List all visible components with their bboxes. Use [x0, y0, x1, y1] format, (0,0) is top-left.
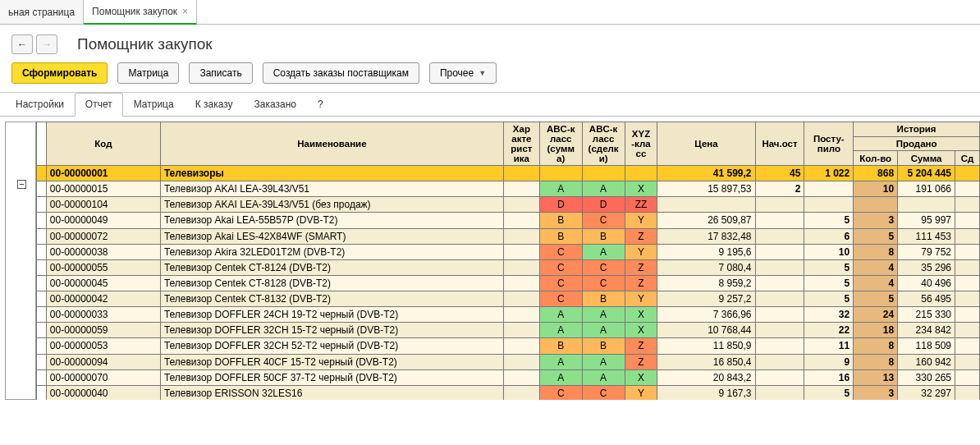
cell-code: 00-00000049	[46, 213, 160, 228]
hdr-abc-sum[interactable]: ABC-к ласс (сумм а)	[539, 122, 582, 166]
chevron-down-icon: ▼	[479, 69, 486, 77]
cell-xyz: X	[625, 181, 657, 197]
table-row[interactable]: 00-00000072Телевизор Akai LES-42X84WF (S…	[36, 228, 979, 244]
toolbar: Сформировать Матрица Записать Создать за…	[0, 61, 980, 93]
hdr-sd[interactable]: Сд	[955, 151, 980, 166]
matrix-button[interactable]: Матрица	[117, 62, 179, 84]
hdr-history[interactable]: История	[854, 122, 980, 137]
cell-post: 9	[804, 354, 854, 369]
nav-buttons: ← →	[11, 34, 57, 54]
cell-sd	[955, 323, 980, 338]
hdr-sold[interactable]: Продано	[854, 136, 980, 151]
cell-name: Телевизор Centek CT-8128 (DVB-T2)	[160, 275, 503, 291]
top-tabs: ьная страница Помощник закупок ×	[0, 0, 980, 25]
cell-abc-deal: A	[582, 323, 625, 338]
cell-code: 00-00000045	[46, 275, 160, 291]
cell-nach	[755, 323, 804, 338]
cell-kolvo: 8	[854, 354, 898, 369]
tab-matrix[interactable]: Матрица	[123, 93, 185, 116]
cell-name: Телевизор Akai LEA-55B57P (DVB-T2)	[160, 213, 503, 228]
cell-nach	[755, 275, 804, 291]
table-row[interactable]: 00-00000094Телевизор DOFFLER 40CF 15-T2 …	[36, 354, 979, 369]
hdr-name[interactable]: Наименование	[160, 122, 503, 166]
cell-abc-sum: B	[539, 338, 582, 354]
inner-tabs: Настройки Отчет Матрица К заказу Заказан…	[0, 93, 980, 117]
cell-post: 10	[804, 244, 854, 259]
table-row[interactable]: 00-00000038Телевизор Akira 32LED01T2M (D…	[36, 244, 979, 259]
cell-char	[503, 354, 539, 369]
cell-abc-sum: A	[539, 354, 582, 369]
table-row[interactable]: 00-00000042Телевизор Centek CT-8132 (DVB…	[36, 291, 979, 307]
form-button[interactable]: Сформировать	[11, 62, 108, 84]
cell-char	[503, 338, 539, 354]
cell-xyz: X	[625, 307, 657, 323]
cell-char	[503, 213, 539, 228]
cell-abc-deal: C	[582, 275, 625, 291]
cell-kolvo: 4	[854, 259, 898, 275]
cell-abc-sum: A	[539, 323, 582, 338]
hdr-xyz[interactable]: XYZ -кла сс	[625, 122, 657, 166]
cell-code: 00-00000104	[46, 197, 160, 213]
tree-collapse-icon[interactable]: −	[17, 180, 26, 189]
tree-gutter: −	[5, 122, 36, 400]
hdr-post[interactable]: Посту- пило	[804, 122, 854, 166]
hdr-code[interactable]: Код	[46, 122, 160, 166]
cell-abc-sum: C	[539, 385, 582, 400]
summary-row[interactable]: 00-00000001 Телевизоры 41 599,2 45 1 022…	[36, 166, 979, 181]
cell-summa: 111 453	[898, 228, 955, 244]
other-button[interactable]: Прочее▼	[429, 62, 497, 84]
cell-name: Телевизор DOFFLER 24CH 19-T2 черный (DVB…	[160, 307, 503, 323]
cell-price: 9 257,2	[657, 291, 755, 307]
save-button[interactable]: Записать	[189, 62, 252, 84]
cell-abc-deal: A	[582, 244, 625, 259]
tab-ordered[interactable]: Заказано	[244, 93, 307, 116]
table-row[interactable]: 00-00000104Телевизор AKAI LEA-39L43/V51 …	[36, 197, 979, 213]
cell-abc-sum: C	[539, 244, 582, 259]
hdr-kolvo[interactable]: Кол-во	[854, 151, 898, 166]
cell-name: Телевизор Centek CT-8124 (DVB-T2)	[160, 259, 503, 275]
close-icon[interactable]: ×	[182, 6, 188, 17]
hdr-summa[interactable]: Сумма	[898, 151, 955, 166]
cell-name: Телевизор Akira 32LED01T2M (DVB-T2)	[160, 244, 503, 259]
cell-code: 00-00000072	[46, 228, 160, 244]
cell-abc-sum: B	[539, 228, 582, 244]
cell-summa: 191 066	[898, 181, 955, 197]
tab-report[interactable]: Отчет	[75, 93, 123, 117]
cell-abc-deal: C	[582, 385, 625, 400]
cell-kolvo: 13	[854, 369, 898, 385]
cell-post: 5	[804, 259, 854, 275]
tab-to-order[interactable]: К заказу	[185, 93, 244, 116]
table-row[interactable]: 00-00000040Телевизор ERISSON 32LES16CCY9…	[36, 385, 979, 400]
table-row[interactable]: 00-00000055Телевизор Centek CT-8124 (DVB…	[36, 259, 979, 275]
cell-code: 00-00000055	[46, 259, 160, 275]
table-row[interactable]: 00-00000015Телевизор AKAI LEA-39L43/V51A…	[36, 181, 979, 197]
hdr-price[interactable]: Цена	[657, 122, 755, 166]
tab-help[interactable]: ?	[307, 93, 334, 116]
hdr-nach[interactable]: Нач.ост	[755, 122, 804, 166]
tab-assistant[interactable]: Помощник закупок ×	[84, 0, 197, 25]
table-row[interactable]: 00-00000070Телевизор DOFFLER 50CF 37-T2 …	[36, 369, 979, 385]
cell-abc-deal: B	[582, 338, 625, 354]
cell-sd	[955, 197, 980, 213]
table-row[interactable]: 00-00000049Телевизор Akai LEA-55B57P (DV…	[36, 213, 979, 228]
cell-summa: 79 752	[898, 244, 955, 259]
cell-summa: 160 942	[898, 354, 955, 369]
table-row[interactable]: 00-00000059Телевизор DOFFLER 32CH 15-T2 …	[36, 323, 979, 338]
hdr-abc-deal[interactable]: ABC-к ласс (сделк и)	[582, 122, 625, 166]
cell-code: 00-00000040	[46, 385, 160, 400]
cell-nach	[755, 354, 804, 369]
tab-home[interactable]: ьная страница	[0, 0, 84, 24]
cell-sd	[955, 275, 980, 291]
cell-char	[503, 275, 539, 291]
cell-sd	[955, 338, 980, 354]
tab-settings[interactable]: Настройки	[5, 93, 75, 116]
back-button[interactable]: ←	[11, 34, 33, 54]
hdr-char[interactable]: Хар акте рист ика	[503, 122, 539, 166]
create-orders-button[interactable]: Создать заказы поставщикам	[263, 62, 419, 84]
cell-xyz: X	[625, 369, 657, 385]
table-row[interactable]: 00-00000053Телевизор DOFFLER 32CH 52-T2 …	[36, 338, 979, 354]
table-row[interactable]: 00-00000045Телевизор Centek CT-8128 (DVB…	[36, 275, 979, 291]
forward-button[interactable]: →	[36, 34, 57, 54]
table-row[interactable]: 00-00000033Телевизор DOFFLER 24CH 19-T2 …	[36, 307, 979, 323]
cell-char	[503, 369, 539, 385]
